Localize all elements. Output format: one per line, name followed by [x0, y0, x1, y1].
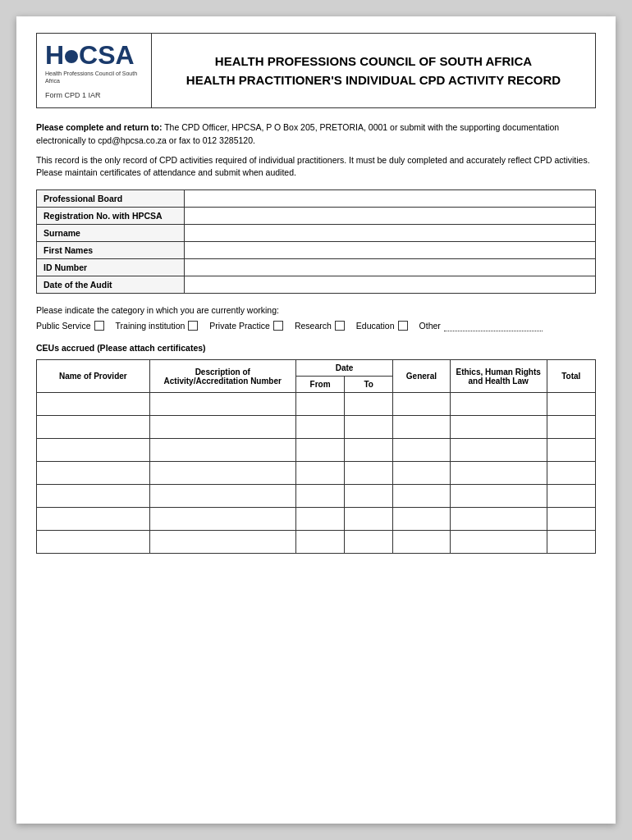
- activity-desc-4[interactable]: [149, 485, 295, 508]
- ceus-label: CEUs accrued (Please attach certificates…: [36, 343, 596, 353]
- activity-general-6[interactable]: [393, 531, 450, 554]
- activity-from-5[interactable]: [295, 508, 344, 531]
- col-provider-header: Name of Provider: [37, 360, 150, 393]
- registration-table: Professional BoardRegistration No. with …: [36, 189, 596, 294]
- activity-desc-2[interactable]: [149, 439, 295, 462]
- reg-row-2: Surname: [37, 225, 596, 242]
- activity-ethics-5[interactable]: [450, 508, 547, 531]
- category-research: Research: [295, 321, 345, 331]
- reg-value-3[interactable]: [185, 242, 596, 259]
- activity-total-2[interactable]: [547, 439, 595, 462]
- activity-provider-5[interactable]: [37, 508, 150, 531]
- public-service-label: Public Service: [36, 321, 91, 331]
- col-desc-header: Description of Activity/Accreditation Nu…: [149, 360, 295, 393]
- other-line: [444, 320, 543, 331]
- activity-desc-1[interactable]: [149, 416, 295, 439]
- activity-from-6[interactable]: [295, 531, 344, 554]
- activity-provider-6[interactable]: [37, 531, 150, 554]
- form-code: Form CPD 1 IAR: [45, 91, 101, 99]
- other-label: Other: [419, 321, 441, 331]
- activity-general-4[interactable]: [393, 485, 450, 508]
- activity-to-1[interactable]: [345, 416, 393, 439]
- activity-to-3[interactable]: [345, 462, 393, 485]
- activity-row-5: [37, 508, 596, 531]
- activity-ethics-2[interactable]: [450, 439, 547, 462]
- reg-row-4: ID Number: [37, 259, 596, 276]
- activity-desc-3[interactable]: [149, 462, 295, 485]
- reg-label-0: Professional Board: [37, 190, 185, 208]
- body-instruction: This record is the only record of CPD ac…: [36, 154, 596, 180]
- reg-row-0: Professional Board: [37, 190, 596, 208]
- activity-ethics-4[interactable]: [450, 485, 547, 508]
- activity-desc-0[interactable]: [149, 393, 295, 416]
- training-checkbox[interactable]: [188, 321, 198, 331]
- activity-total-4[interactable]: [547, 485, 595, 508]
- activity-general-5[interactable]: [393, 508, 450, 531]
- activity-to-4[interactable]: [345, 485, 393, 508]
- activity-table: Name of Provider Description of Activity…: [36, 359, 596, 554]
- reg-value-1[interactable]: [185, 208, 596, 225]
- activity-general-0[interactable]: [393, 393, 450, 416]
- training-label: Training institution: [116, 321, 185, 331]
- activity-row-4: [37, 485, 596, 508]
- activity-to-0[interactable]: [345, 393, 393, 416]
- col-from-header: From: [295, 377, 344, 393]
- activity-to-6[interactable]: [345, 531, 393, 554]
- activity-provider-2[interactable]: [37, 439, 150, 462]
- activity-provider-0[interactable]: [37, 393, 150, 416]
- reg-value-5[interactable]: [185, 276, 596, 294]
- activity-ethics-0[interactable]: [450, 393, 547, 416]
- activity-to-5[interactable]: [345, 508, 393, 531]
- education-label: Education: [356, 321, 395, 331]
- category-section: Please indicate the category in which yo…: [36, 305, 596, 331]
- activity-to-2[interactable]: [345, 439, 393, 462]
- category-education: Education: [356, 321, 408, 331]
- activity-total-0[interactable]: [547, 393, 595, 416]
- activity-total-1[interactable]: [547, 416, 595, 439]
- activity-desc-6[interactable]: [149, 531, 295, 554]
- return-instruction: Please complete and return to: The CPD O…: [36, 121, 596, 148]
- header-logo: H CSA Health Professions Council of Sout…: [37, 34, 152, 107]
- activity-provider-3[interactable]: [37, 462, 150, 485]
- page: H CSA Health Professions Council of Sout…: [16, 16, 616, 824]
- research-label: Research: [295, 321, 332, 331]
- activity-desc-5[interactable]: [149, 508, 295, 531]
- education-checkbox[interactable]: [398, 321, 408, 331]
- ceus-note: (Please attach certificates): [97, 343, 205, 353]
- activity-row-0: [37, 393, 596, 416]
- activity-general-1[interactable]: [393, 416, 450, 439]
- header-title-main: HEALTH PROFESSIONS COUNCIL OF SOUTH AFRI…: [215, 54, 532, 68]
- activity-ethics-6[interactable]: [450, 531, 547, 554]
- activity-from-0[interactable]: [295, 393, 344, 416]
- activity-from-2[interactable]: [295, 439, 344, 462]
- reg-value-0[interactable]: [185, 190, 596, 208]
- category-options: Public Service Training institution Priv…: [36, 320, 596, 331]
- reg-value-2[interactable]: [185, 225, 596, 242]
- reg-label-4: ID Number: [37, 259, 185, 276]
- reg-label-3: First Names: [37, 242, 185, 259]
- activity-provider-4[interactable]: [37, 485, 150, 508]
- activity-ethics-3[interactable]: [450, 462, 547, 485]
- reg-row-3: First Names: [37, 242, 596, 259]
- activity-total-3[interactable]: [547, 462, 595, 485]
- logo-subtitle: Health Professions Council of South Afri…: [45, 70, 143, 84]
- activity-general-3[interactable]: [393, 462, 450, 485]
- reg-label-1: Registration No. with HPCSA: [37, 208, 185, 225]
- category-other: Other: [419, 320, 543, 331]
- activity-total-5[interactable]: [547, 508, 595, 531]
- private-checkbox[interactable]: [273, 321, 283, 331]
- ceus-main-label: CEUs accrued: [36, 343, 94, 353]
- col-date-header: Date: [295, 360, 392, 377]
- activity-ethics-1[interactable]: [450, 416, 547, 439]
- header: H CSA Health Professions Council of Sout…: [36, 33, 596, 108]
- activity-from-4[interactable]: [295, 485, 344, 508]
- public-service-checkbox[interactable]: [94, 321, 104, 331]
- reg-value-4[interactable]: [185, 259, 596, 276]
- activity-general-2[interactable]: [393, 439, 450, 462]
- activity-total-6[interactable]: [547, 531, 595, 554]
- reg-label-5: Date of the Audit: [37, 276, 185, 294]
- activity-from-3[interactable]: [295, 462, 344, 485]
- research-checkbox[interactable]: [335, 321, 345, 331]
- activity-provider-1[interactable]: [37, 416, 150, 439]
- activity-from-1[interactable]: [295, 416, 344, 439]
